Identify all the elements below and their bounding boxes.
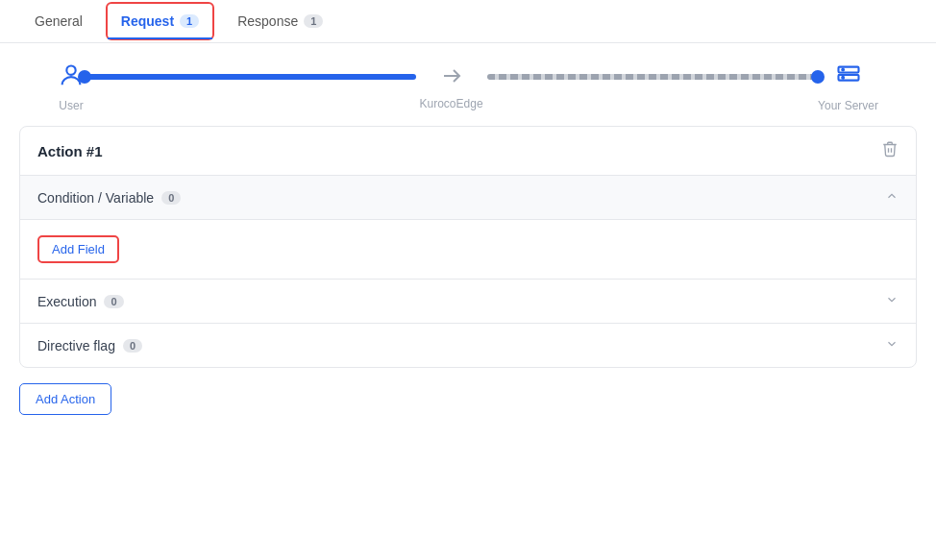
flow-dot-right bbox=[811, 70, 825, 84]
flow-bar-right bbox=[487, 74, 819, 80]
svg-point-4 bbox=[842, 69, 844, 71]
tab-response-label: Response bbox=[237, 13, 298, 29]
section-condition-label: Condition / Variable bbox=[37, 190, 154, 206]
section-directive-label: Directive flag bbox=[37, 338, 115, 353]
add-action-button[interactable]: Add Action bbox=[19, 383, 111, 415]
section-condition-content: Add Field bbox=[20, 220, 916, 280]
section-execution-chevron bbox=[885, 293, 899, 309]
main-content: Action #1 Condition / Variable 0 bbox=[0, 116, 936, 434]
svg-point-5 bbox=[842, 77, 844, 79]
flow-yourserver-label: Your Server bbox=[818, 99, 878, 112]
section-condition-badge: 0 bbox=[161, 191, 181, 205]
tab-request[interactable]: Request 1 bbox=[106, 2, 214, 40]
add-field-button[interactable]: Add Field bbox=[37, 235, 119, 263]
section-execution-badge: 0 bbox=[104, 295, 123, 308]
arrow-right-icon bbox=[440, 64, 463, 87]
flow-line-left bbox=[85, 73, 416, 102]
action-title: Action #1 bbox=[37, 143, 103, 159]
flow-kurocoedge-label: KurocoEdge bbox=[420, 97, 483, 110]
svg-point-0 bbox=[66, 66, 75, 75]
flow-fill-blue bbox=[85, 74, 416, 80]
flow-user-label: User bbox=[59, 99, 83, 112]
flow-node-kurocoedge: KurocoEdge bbox=[420, 64, 483, 110]
flow-fill-gray bbox=[487, 74, 819, 80]
tab-response-badge: 1 bbox=[304, 14, 323, 28]
section-execution-left: Execution 0 bbox=[37, 294, 124, 309]
section-condition-chevron bbox=[885, 189, 899, 206]
tab-request-badge: 1 bbox=[180, 14, 199, 28]
section-directive-left: Directive flag 0 bbox=[37, 338, 142, 353]
section-directive-badge: 0 bbox=[123, 339, 142, 353]
tab-request-label: Request bbox=[121, 13, 174, 29]
section-execution-header[interactable]: Execution 0 bbox=[20, 280, 916, 324]
delete-icon[interactable] bbox=[881, 140, 899, 161]
section-condition-left: Condition / Variable 0 bbox=[37, 190, 181, 206]
section-condition-header[interactable]: Condition / Variable 0 bbox=[20, 176, 916, 220]
server-icon bbox=[835, 62, 862, 89]
flow-line-right bbox=[487, 73, 819, 102]
tab-response[interactable]: Response 1 bbox=[222, 0, 338, 42]
tab-general-label: General bbox=[35, 13, 83, 29]
section-execution-label: Execution bbox=[37, 294, 96, 309]
flow-node-yourserver: Your Server bbox=[818, 62, 878, 112]
flow-diagram: User KurocoEdge Your Server bbox=[0, 43, 936, 116]
section-directive-chevron bbox=[885, 337, 899, 353]
tab-bar: General Request 1 Response 1 bbox=[0, 0, 936, 43]
tab-general[interactable]: General bbox=[19, 0, 98, 42]
flow-bar-left bbox=[85, 74, 416, 80]
flow-dot-left bbox=[78, 70, 91, 84]
section-directive-header[interactable]: Directive flag 0 bbox=[20, 324, 916, 367]
action-header: Action #1 bbox=[20, 127, 916, 176]
action-card: Action #1 Condition / Variable 0 bbox=[19, 126, 917, 368]
